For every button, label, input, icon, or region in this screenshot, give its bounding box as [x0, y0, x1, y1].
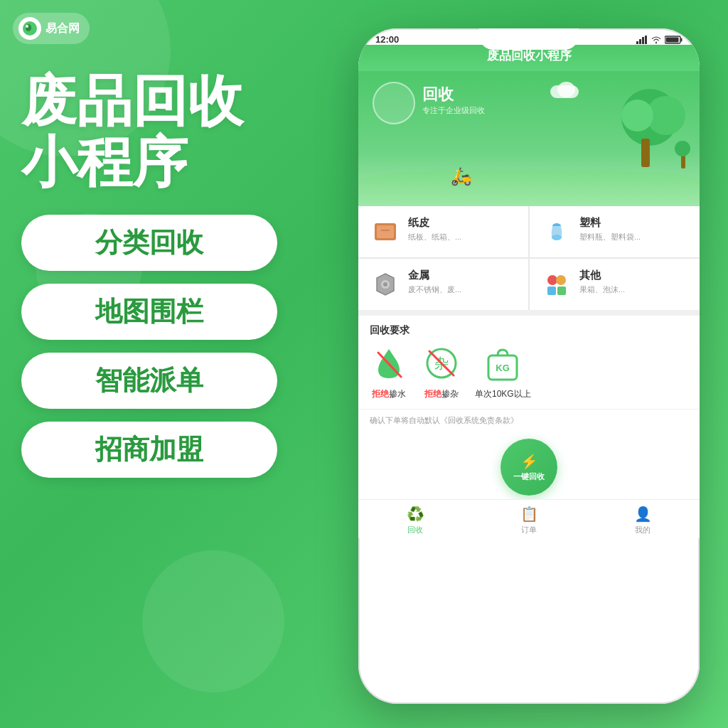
req-icon-weight: KG — [483, 346, 522, 384]
cat-desc-metal: 废不锈钢、废... — [408, 284, 517, 295]
nav-label-order: 订单 — [521, 525, 537, 535]
nav-item-profile[interactable]: 👤 我的 — [586, 505, 700, 535]
disclaimer-text: 确认下单将自动默认《回收系统免责条款》 — [370, 416, 518, 424]
req-label-weight: 单次10KG以上 — [475, 388, 531, 400]
moped-emoji: 🛵 — [451, 166, 472, 186]
svg-point-14 — [552, 235, 562, 240]
pill-3[interactable]: 智能派单 — [21, 353, 277, 409]
disclaimer: 确认下单将自动默认《回收系统免责条款》 — [358, 409, 700, 432]
action-btn-wrap: ⚡ 一键回收 — [500, 432, 557, 499]
nav-icon-order: 📋 — [520, 505, 538, 523]
category-card-paper[interactable]: 纸皮 纸板、纸箱、... — [358, 206, 528, 257]
cat-desc-plastic: 塑料瓶、塑料袋... — [579, 232, 688, 242]
cat-info-plastic: 塑料 塑料瓶、塑料袋... — [579, 216, 688, 242]
hero-brand-name: 回收 — [422, 84, 485, 105]
main-title: 废品回收 小程序 — [21, 71, 320, 193]
req-item-water: 拒绝掺水 — [370, 346, 408, 400]
action-btn-icon: ⚡ — [520, 453, 538, 470]
nav-icon-profile: 👤 — [634, 505, 652, 523]
svg-rect-11 — [377, 225, 394, 238]
req-label-mix: 拒绝掺杂 — [424, 388, 459, 400]
nav-item-order[interactable]: 📋 订单 — [472, 505, 586, 535]
hero-brand-sub: 专注于企业级回收 — [422, 105, 485, 116]
title-line1: 废品回收 — [21, 71, 320, 132]
svg-rect-21 — [557, 287, 566, 295]
bottom-area: ⚡ 一键回收 ♻️ 回收 📋 订单 👤 我的 — [358, 432, 700, 538]
req-icon-water — [370, 346, 408, 384]
svg-text:KG: KG — [496, 363, 510, 373]
pill-1[interactable]: 分类回收 — [21, 215, 277, 271]
nav-label-profile: 我的 — [635, 525, 651, 535]
app-content: 纸皮 纸板、纸箱、... 塑料 塑料瓶、塑料 — [358, 206, 700, 538]
cloud-2 — [557, 82, 575, 97]
cat-name-paper: 纸皮 — [408, 216, 517, 230]
cat-icon-metal — [370, 269, 401, 300]
feature-pills: 分类回收 地图围栏 智能派单 招商加盟 — [21, 215, 320, 478]
svg-point-17 — [383, 282, 387, 287]
cat-icon-paper — [370, 216, 401, 247]
title-line2: 小程序 — [21, 132, 320, 193]
wifi-icon — [651, 36, 662, 44]
req-icon-mix: 杂 — [422, 346, 461, 384]
svg-rect-3 — [636, 41, 638, 44]
left-panel: 废品回收 小程序 分类回收 地图围栏 智能派单 招商加盟 — [21, 71, 320, 478]
phone-notch — [479, 28, 579, 50]
bg-deco-2 — [142, 550, 284, 692]
app-title: 废品回收小程序 — [487, 49, 572, 63]
tree-trunk — [641, 139, 650, 167]
logo-area[interactable]: 易合网 — [13, 13, 90, 44]
logo-icon — [18, 17, 41, 40]
phone-container: 12:00 — [358, 28, 700, 704]
hero-logo-circle — [373, 82, 415, 124]
small-tree-crown — [675, 141, 690, 156]
req-item-weight: KG 单次10KG以上 — [475, 346, 531, 400]
req-item-mix: 杂 拒绝掺杂 — [422, 346, 461, 400]
status-icons — [636, 36, 682, 44]
svg-point-19 — [556, 275, 566, 285]
req-items: 拒绝掺水 杂 拒绝掺杂 — [370, 346, 688, 400]
action-btn-label: 一键回收 — [513, 471, 545, 482]
cat-desc-paper: 纸板、纸箱、... — [408, 232, 517, 242]
hero-brand-area: 回收 专注于企业级回收 — [422, 84, 485, 116]
nav-label-recycle: 回收 — [407, 525, 423, 535]
category-card-plastic[interactable]: 塑料 塑料瓶、塑料袋... — [530, 206, 700, 257]
app-hero: 回收 专注于企业级回收 🛵 — [358, 71, 700, 206]
category-card-metal[interactable]: 金属 废不锈钢、废... — [358, 259, 528, 310]
cat-info-metal: 金属 废不锈钢、废... — [408, 269, 517, 295]
cat-info-other: 其他 果箱、泡沫... — [579, 269, 688, 295]
nav-icon-recycle: ♻️ — [407, 505, 424, 523]
req-label-water: 拒绝掺水 — [372, 388, 406, 400]
svg-point-18 — [547, 275, 557, 285]
phone-frame: 12:00 — [358, 28, 700, 704]
action-button[interactable]: ⚡ 一键回收 — [500, 439, 557, 496]
svg-rect-5 — [642, 37, 644, 44]
bottom-nav: ♻️ 回收 📋 订单 👤 我的 — [358, 499, 700, 538]
svg-rect-4 — [639, 39, 641, 44]
cat-name-metal: 金属 — [408, 269, 517, 282]
signal-icon — [636, 36, 648, 44]
svg-rect-6 — [645, 36, 647, 44]
req-section: 回收要求 拒绝掺水 — [358, 316, 700, 409]
cat-desc-other: 果箱、泡沫... — [579, 284, 688, 295]
svg-rect-20 — [547, 287, 556, 295]
category-card-other[interactable]: 其他 果箱、泡沫... — [530, 259, 700, 310]
logo-text: 易合网 — [46, 21, 80, 36]
category-grid: 纸皮 纸板、纸箱、... 塑料 塑料瓶、塑料 — [358, 206, 700, 310]
pill-2[interactable]: 地图围栏 — [21, 284, 277, 340]
req-title: 回收要求 — [370, 324, 688, 337]
cat-name-other: 其他 — [579, 269, 688, 282]
cat-name-plastic: 塑料 — [579, 216, 688, 230]
ground — [358, 171, 700, 206]
cat-icon-other — [541, 269, 572, 300]
svg-rect-8 — [681, 38, 682, 41]
svg-rect-9 — [666, 37, 679, 42]
svg-point-2 — [26, 25, 28, 28]
status-time: 12:00 — [375, 34, 399, 45]
pill-4[interactable]: 招商加盟 — [21, 422, 277, 478]
nav-item-recycle[interactable]: ♻️ 回收 — [358, 505, 472, 535]
battery-icon — [665, 36, 682, 44]
cat-info-paper: 纸皮 纸板、纸箱、... — [408, 216, 517, 242]
tree-crown-sm — [621, 100, 653, 132]
cat-icon-plastic — [541, 216, 572, 247]
